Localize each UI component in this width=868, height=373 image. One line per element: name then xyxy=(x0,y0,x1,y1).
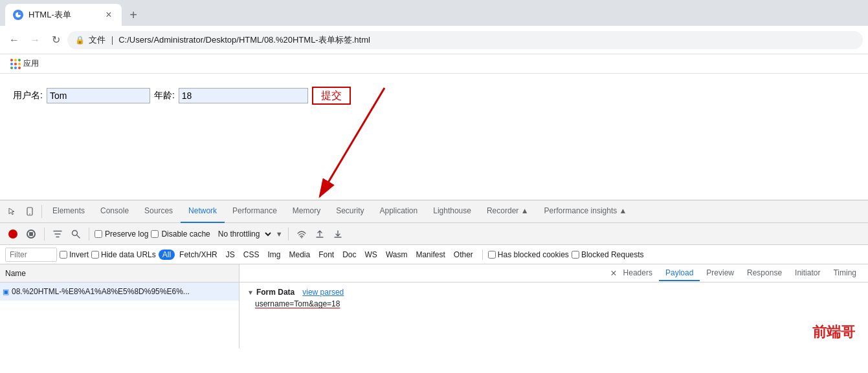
record-icon xyxy=(8,229,17,239)
clear-button[interactable] xyxy=(23,226,39,242)
wifi-icon xyxy=(296,229,307,239)
bookmarks-bar: 应用 xyxy=(0,54,868,74)
view-parsed-link[interactable]: view parsed xyxy=(302,288,344,297)
tab-bar: HTML-表单 × + xyxy=(0,0,868,26)
list-item-text: 08.%20HTML-%E8%A1%A8%E5%8D%95%E6%... xyxy=(12,287,190,296)
devtools-panel: Elements Console Sources Network Perform… xyxy=(0,200,868,348)
tab-performance-insights[interactable]: Performance insights ▲ xyxy=(537,200,635,223)
tab-close-button[interactable]: × xyxy=(104,10,114,20)
toolbar-sep-3 xyxy=(288,228,289,240)
submit-button[interactable]: 提交 xyxy=(312,87,351,105)
tab-console[interactable]: Console xyxy=(93,200,137,223)
tab-recorder[interactable]: Recorder ▲ xyxy=(479,200,537,223)
address-icon: 🔒 xyxy=(75,36,85,45)
hide-data-urls-checkbox[interactable]: Hide data URLs xyxy=(91,250,156,259)
list-item-icon: ▣ xyxy=(3,288,9,296)
tab-elements[interactable]: Elements xyxy=(45,200,93,223)
svg-line-6 xyxy=(77,235,80,238)
tab-lighthouse[interactable]: Lighthouse xyxy=(425,200,479,223)
detail-tab-headers[interactable]: Headers xyxy=(617,266,659,281)
devtools-cursor-icon[interactable] xyxy=(3,202,21,220)
filter-type-wasm[interactable]: Wasm xyxy=(382,250,412,260)
tab-performance[interactable]: Performance xyxy=(225,200,285,223)
back-button[interactable]: ← xyxy=(5,31,23,49)
toolbar-sep-2 xyxy=(89,228,89,240)
preserve-log-input[interactable] xyxy=(95,230,102,238)
throttle-dropdown-icon: ▼ xyxy=(276,230,283,238)
detail-tab-payload[interactable]: Payload xyxy=(659,266,700,281)
devtools-phone-icon[interactable] xyxy=(21,202,39,220)
form-data-value: username=Tom&age=18 xyxy=(255,299,860,308)
address-text: 文件 ｜ C:/Users/Administrator/Desktop/HTML… xyxy=(89,34,370,46)
upload-icon-button[interactable] xyxy=(312,226,328,242)
tab-favicon xyxy=(13,10,23,20)
disable-cache-checkbox[interactable]: Disable cache xyxy=(151,229,210,239)
forward-button[interactable]: → xyxy=(26,31,44,49)
filter-icon-button[interactable] xyxy=(50,226,65,242)
download-icon xyxy=(333,229,342,239)
detail-tab-preview[interactable]: Preview xyxy=(700,266,740,281)
network-content: Name ▣ 08.%20HTML-%E8%A1%A8%E5%8D%95%E6%… xyxy=(0,264,868,348)
apps-label: 应用 xyxy=(23,58,39,69)
age-input[interactable] xyxy=(179,88,308,103)
record-button[interactable] xyxy=(5,226,21,242)
network-toolbar: Preserve log Disable cache No throttling… xyxy=(0,223,868,245)
filter-icon xyxy=(53,229,62,239)
filter-type-css[interactable]: CSS xyxy=(239,250,263,260)
tab-network[interactable]: Network xyxy=(181,200,225,223)
section-toggle-icon[interactable]: ▼ xyxy=(247,289,254,296)
detail-close-button[interactable]: × xyxy=(610,268,616,279)
username-label: 用户名: xyxy=(13,90,43,101)
browser-chrome: HTML-表单 × + ← → ↻ 🔒 文件 ｜ C:/Users/Admini… xyxy=(0,0,868,348)
new-tab-button[interactable]: + xyxy=(124,6,142,24)
svg-point-5 xyxy=(72,230,78,235)
detail-content: ▼ Form Data view parsed username=Tom&age… xyxy=(239,282,868,314)
apps-icon xyxy=(10,59,21,69)
blocked-requests-checkbox[interactable]: Blocked Requests xyxy=(572,250,644,259)
tab-memory[interactable]: Memory xyxy=(285,200,328,223)
filter-input[interactable] xyxy=(5,248,57,262)
upload-icon xyxy=(315,229,324,239)
tab-security[interactable]: Security xyxy=(328,200,372,223)
wifi-icon-button[interactable] xyxy=(294,226,309,242)
network-list-header: Name xyxy=(0,264,239,282)
toolbar-sep-1 xyxy=(44,228,45,240)
reload-button[interactable]: ↻ xyxy=(47,31,65,49)
throttle-select[interactable]: No throttling xyxy=(213,228,273,240)
detail-tab-response[interactable]: Response xyxy=(740,266,788,281)
browser-tab[interactable]: HTML-表单 × xyxy=(5,4,122,26)
svg-point-4 xyxy=(29,213,30,215)
invert-checkbox[interactable]: Invert xyxy=(60,250,89,259)
filter-type-js[interactable]: JS xyxy=(222,250,239,260)
filter-type-manifest[interactable]: Manifest xyxy=(412,250,449,260)
has-blocked-cookies-checkbox[interactable]: Has blocked cookies xyxy=(488,250,569,259)
apps-bookmark[interactable]: 应用 xyxy=(5,57,44,70)
username-input[interactable] xyxy=(47,88,150,103)
tab-application[interactable]: Application xyxy=(372,200,426,223)
disable-cache-input[interactable] xyxy=(151,230,159,238)
download-icon-button[interactable] xyxy=(330,226,346,242)
request-detail-panel: × Headers Payload Preview Response Initi… xyxy=(239,264,868,348)
form-row: 用户名: 年龄: 提交 xyxy=(13,87,351,105)
devtools-tab-bar: Elements Console Sources Network Perform… xyxy=(0,200,868,223)
filter-type-img[interactable]: Img xyxy=(263,250,284,260)
filter-type-font[interactable]: Font xyxy=(315,250,338,260)
filter-type-fetch-xhr[interactable]: Fetch/XHR xyxy=(175,250,221,260)
detail-tab-bar: × Headers Payload Preview Response Initi… xyxy=(239,264,868,282)
filter-type-all[interactable]: All xyxy=(159,250,175,260)
address-bar[interactable]: 🔒 文件 ｜ C:/Users/Administrator/Desktop/HT… xyxy=(67,31,863,49)
filter-type-other[interactable]: Other xyxy=(450,250,477,260)
filter-type-doc[interactable]: Doc xyxy=(339,250,360,260)
network-list: Name ▣ 08.%20HTML-%E8%A1%A8%E5%8D%95%E6%… xyxy=(0,264,239,348)
filter-type-ws[interactable]: WS xyxy=(361,250,381,260)
preserve-log-checkbox[interactable]: Preserve log xyxy=(95,229,148,239)
detail-tab-initiator[interactable]: Initiator xyxy=(788,266,827,281)
detail-tab-timing[interactable]: Timing xyxy=(827,266,863,281)
search-button[interactable] xyxy=(68,226,83,242)
tab-sources[interactable]: Sources xyxy=(137,200,181,223)
devtools-sep-1 xyxy=(41,205,42,218)
filter-type-media[interactable]: Media xyxy=(285,250,314,260)
filter-type-buttons: All Fetch/XHR JS CSS Img Media Font Doc … xyxy=(159,250,477,260)
network-list-item[interactable]: ▣ 08.%20HTML-%E8%A1%A8%E5%8D%95%E6%... xyxy=(0,282,239,301)
svg-point-7 xyxy=(301,237,302,238)
